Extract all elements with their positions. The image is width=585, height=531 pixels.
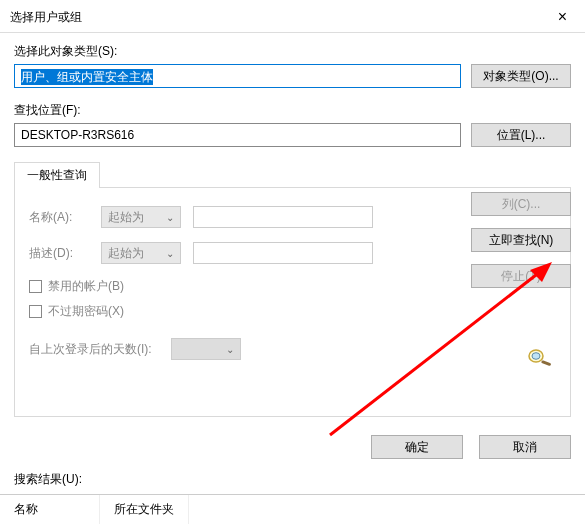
object-type-label: 选择此对象类型(S): bbox=[14, 43, 571, 60]
days-since-login-label: 自上次登录后的天数(I): bbox=[29, 341, 159, 358]
column-name[interactable]: 名称 bbox=[0, 495, 100, 524]
name-match-combo[interactable]: 起始为 ⌄ bbox=[101, 206, 181, 228]
dialog-title: 选择用户或组 bbox=[10, 9, 82, 26]
side-buttons: 列(C)... 立即查找(N) 停止(T) bbox=[471, 192, 571, 288]
chevron-down-icon: ⌄ bbox=[166, 248, 174, 259]
object-types-button[interactable]: 对象类型(O)... bbox=[471, 64, 571, 88]
checkbox-icon bbox=[29, 280, 42, 293]
results-label: 搜索结果(U): bbox=[0, 467, 585, 494]
desc-input[interactable] bbox=[193, 242, 373, 264]
object-type-field[interactable]: 用户、组或内置安全主体 bbox=[14, 64, 461, 88]
no-expire-checkbox[interactable]: 不过期密码(X) bbox=[29, 303, 556, 320]
columns-button[interactable]: 列(C)... bbox=[471, 192, 571, 216]
ok-button[interactable]: 确定 bbox=[371, 435, 463, 459]
name-input[interactable] bbox=[193, 206, 373, 228]
location-label: 查找位置(F): bbox=[14, 102, 571, 119]
chevron-down-icon: ⌄ bbox=[166, 212, 174, 223]
svg-point-1 bbox=[532, 353, 540, 360]
checkbox-icon bbox=[29, 305, 42, 318]
tab-general[interactable]: 一般性查询 bbox=[14, 162, 100, 188]
desc-label: 描述(D): bbox=[29, 245, 89, 262]
locations-button[interactable]: 位置(L)... bbox=[471, 123, 571, 147]
column-folder[interactable]: 所在文件夹 bbox=[100, 495, 189, 524]
svg-rect-2 bbox=[541, 360, 551, 366]
location-field[interactable]: DESKTOP-R3RS616 bbox=[14, 123, 461, 147]
cancel-button[interactable]: 取消 bbox=[479, 435, 571, 459]
footer-buttons: 确定 取消 bbox=[0, 427, 585, 467]
results-table: 名称 所在文件夹 bbox=[0, 494, 585, 524]
search-icon bbox=[525, 347, 555, 369]
close-icon[interactable]: × bbox=[550, 8, 575, 26]
find-now-button[interactable]: 立即查找(N) bbox=[471, 228, 571, 252]
chevron-down-icon: ⌄ bbox=[226, 344, 234, 355]
titlebar: 选择用户或组 × bbox=[0, 0, 585, 32]
desc-match-combo[interactable]: 起始为 ⌄ bbox=[101, 242, 181, 264]
stop-button[interactable]: 停止(T) bbox=[471, 264, 571, 288]
days-combo[interactable]: ⌄ bbox=[171, 338, 241, 360]
name-label: 名称(A): bbox=[29, 209, 89, 226]
